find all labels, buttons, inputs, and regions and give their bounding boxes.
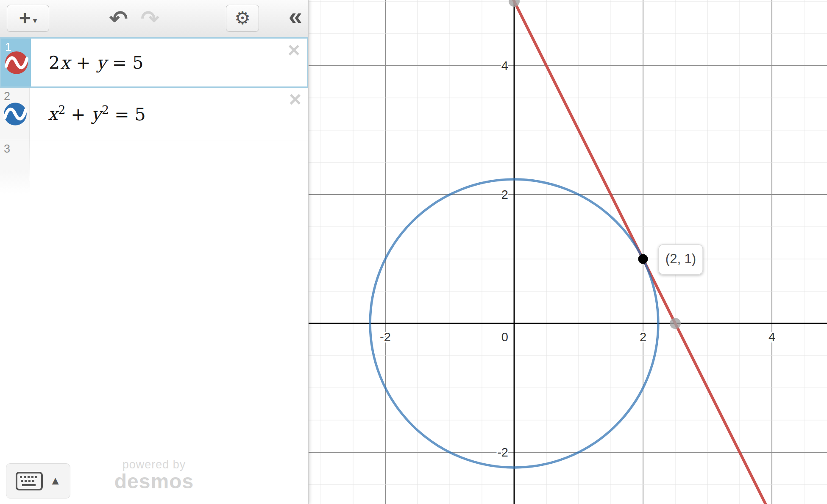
- expression-toolbar: + ▾ ↶ ↷ ⚙ «: [0, 0, 308, 37]
- collapse-panel-button[interactable]: «: [289, 3, 302, 30]
- desmos-app: + ▾ ↶ ↷ ⚙ « 1 2x + y = 5: [0, 0, 827, 504]
- keyboard-icon: [15, 471, 43, 491]
- graph-settings-button[interactable]: ⚙: [226, 5, 259, 32]
- x-tick-label: 4: [769, 330, 775, 344]
- graph-svg: -202442-2(2, 1): [309, 0, 827, 504]
- y-tick-label: -2: [497, 446, 508, 459]
- x-tick-label: 2: [640, 330, 646, 344]
- delete-expression-2-button[interactable]: ×: [289, 88, 301, 111]
- redo-button[interactable]: ↷: [141, 8, 159, 30]
- y-tick-label: 2: [501, 188, 508, 201]
- undo-button[interactable]: ↶: [109, 8, 128, 30]
- expression-index: 3: [4, 142, 10, 156]
- gear-icon: ⚙: [234, 9, 251, 27]
- point-tooltip: (2, 1): [659, 245, 703, 274]
- expression-2-input[interactable]: x2 + y2 = 5 ×: [30, 88, 308, 140]
- expression-2-gutter: 2: [0, 88, 30, 140]
- show-keyboard-button[interactable]: ▲: [6, 463, 70, 498]
- chevron-down-icon: ▾: [33, 16, 37, 25]
- axes: [309, 0, 827, 504]
- caret-up-icon: ▲: [50, 474, 61, 487]
- curve-visibility-toggle-blue[interactable]: [3, 102, 27, 126]
- equation-2: x2 + y2 = 5: [47, 103, 146, 125]
- equation-1: 2x + y = 5: [49, 53, 143, 73]
- expression-row-1: 1 2x + y = 5 ×: [0, 37, 308, 88]
- x-tick-label: -2: [380, 330, 391, 344]
- expression-row-3: 3: [0, 140, 308, 194]
- expression-index: 2: [4, 90, 10, 103]
- intercept-point[interactable]: [670, 318, 681, 329]
- intercept-point[interactable]: [509, 0, 520, 7]
- expression-list-panel: + ▾ ↶ ↷ ⚙ « 1 2x + y = 5: [0, 0, 309, 504]
- expression-row-2: 2 x2 + y2 = 5 ×: [0, 88, 308, 140]
- plus-icon: +: [19, 8, 31, 28]
- expression-3-input[interactable]: [30, 140, 308, 194]
- svg-text:(2, 1): (2, 1): [665, 251, 696, 266]
- curve-visibility-toggle-red[interactable]: [5, 51, 28, 75]
- expression-3-gutter: 3: [0, 140, 30, 194]
- expression-1-input[interactable]: 2x + y = 5 ×: [31, 39, 307, 86]
- x-tick-label: 0: [501, 330, 508, 344]
- curve-line[interactable]: [430, 0, 827, 504]
- expression-1-gutter: 1: [1, 39, 31, 86]
- grid: [309, 0, 827, 504]
- desmos-logo-text: desmos: [114, 470, 194, 493]
- graph-paper[interactable]: -202442-2(2, 1): [309, 0, 827, 504]
- add-expression-button[interactable]: + ▾: [7, 5, 49, 32]
- y-tick-label: 4: [501, 59, 508, 72]
- desmos-watermark: powered by desmos: [114, 458, 194, 493]
- selected-point[interactable]: [638, 254, 648, 264]
- delete-expression-1-button[interactable]: ×: [288, 39, 300, 62]
